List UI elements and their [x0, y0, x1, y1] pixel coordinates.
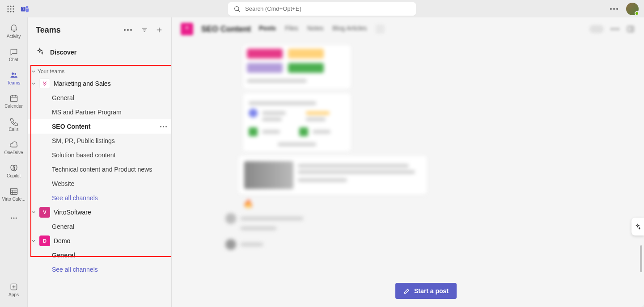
- chevron-down-icon: [31, 82, 36, 85]
- cloud-icon: [9, 140, 18, 149]
- tab-files[interactable]: Files: [285, 25, 298, 34]
- channel-row[interactable]: Website: [28, 177, 171, 191]
- teams-more-icon[interactable]: [122, 27, 134, 33]
- copilot-fab[interactable]: [631, 218, 644, 236]
- scrollbar[interactable]: [640, 245, 642, 272]
- channel-label: Website: [52, 180, 167, 187]
- svg-point-29: [15, 218, 17, 219]
- rail-label: Copilot: [7, 173, 21, 178]
- rail-copilot[interactable]: Copilot: [1, 160, 26, 182]
- rail-calendar[interactable]: Calendar: [1, 90, 26, 112]
- tab-notes[interactable]: Notes: [307, 25, 324, 34]
- channel-row[interactable]: SM, PR, Public listings: [28, 134, 171, 148]
- search-field[interactable]: [245, 5, 411, 12]
- rail-calls[interactable]: Calls: [1, 113, 26, 135]
- channel-row[interactable]: MS and Partner Program: [28, 105, 171, 119]
- team-row[interactable]: D Demo: [28, 234, 171, 248]
- rail-label: OneDrive: [4, 150, 23, 155]
- your-teams-section[interactable]: Your teams: [28, 67, 171, 76]
- svg-point-0: [7, 5, 8, 7]
- channel-row[interactable]: Solution based content: [28, 148, 171, 162]
- svg-point-14: [12, 72, 14, 75]
- svg-point-11: [26, 5, 29, 8]
- presence-available-icon: [635, 11, 639, 16]
- bell-icon: [9, 24, 18, 33]
- channel-team-icon: [181, 23, 193, 35]
- meet-toggle[interactable]: [589, 25, 604, 33]
- channel-more-icon[interactable]: [609, 26, 621, 32]
- compose-icon: [403, 287, 411, 294]
- team-name: Demo: [54, 237, 70, 244]
- add-tab-icon[interactable]: [376, 25, 385, 34]
- teams-tree: Your teams Marketing and SalesGeneralMS …: [28, 62, 171, 277]
- svg-line-13: [238, 10, 240, 12]
- discover-button[interactable]: Discover: [28, 42, 171, 62]
- start-post-label: Start a post: [414, 287, 449, 294]
- rail-virto-cale[interactable]: Virto Cale...: [1, 183, 26, 205]
- user-avatar[interactable]: [626, 3, 639, 15]
- svg-point-1: [10, 5, 11, 7]
- rail-onedrive[interactable]: OneDrive: [1, 136, 26, 159]
- channel-row[interactable]: General: [28, 248, 171, 262]
- topbar-more-icon[interactable]: [608, 6, 620, 12]
- team-row[interactable]: Marketing and Sales: [28, 76, 171, 91]
- svg-rect-38: [627, 26, 633, 32]
- start-post-button[interactable]: Start a post: [395, 283, 457, 299]
- rail-label: Calendar: [4, 104, 23, 109]
- chat-icon: [9, 47, 18, 56]
- rail-more[interactable]: [1, 207, 26, 229]
- calendar-icon: [9, 94, 18, 103]
- channel-more-icon[interactable]: [160, 126, 167, 127]
- teams-panel: Teams Discover Your teams: [28, 17, 172, 307]
- channel-label: MS and Partner Program: [52, 109, 167, 116]
- channel-label: SEO Content: [52, 123, 160, 130]
- chevron-down-icon: [31, 70, 36, 73]
- channel-feed-blurred: 🔥: [172, 41, 644, 307]
- channel-row[interactable]: General: [28, 91, 171, 105]
- svg-point-2: [13, 5, 14, 7]
- app-launcher-icon[interactable]: [5, 4, 16, 14]
- channel-row[interactable]: General: [28, 219, 171, 234]
- create-team-icon[interactable]: [155, 26, 163, 34]
- rail-activity[interactable]: Activity: [1, 20, 26, 42]
- top-bar: T: [0, 0, 644, 17]
- apps-icon: [9, 282, 18, 291]
- svg-point-3: [7, 8, 8, 9]
- channel-label: General: [52, 94, 167, 101]
- team-avatar: D: [39, 236, 50, 246]
- chevron-down-icon: [31, 239, 36, 243]
- channel-row[interactable]: Technical content and Product news: [28, 162, 171, 177]
- tab-blog-articles[interactable]: Blog Articles: [332, 25, 367, 34]
- channel-label: Solution based content: [52, 151, 167, 159]
- rail-label: Apps: [8, 292, 19, 297]
- rail-chat[interactable]: Chat: [1, 43, 26, 66]
- rail-label: Virto Cale...: [2, 197, 25, 202]
- rail-label: Teams: [7, 80, 20, 85]
- svg-rect-16: [10, 96, 17, 101]
- rail-teams[interactable]: Teams: [1, 67, 26, 89]
- svg-text:T: T: [22, 7, 24, 11]
- tab-posts[interactable]: Posts: [259, 25, 276, 34]
- svg-point-7: [10, 11, 11, 12]
- teams-logo-icon: T: [20, 4, 30, 14]
- svg-point-15: [14, 73, 16, 75]
- see-all-channels-link[interactable]: See all channels: [28, 262, 171, 277]
- sparkle-icon: [36, 47, 44, 57]
- team-row[interactable]: V VirtoSoftware: [28, 205, 171, 219]
- open-pane-icon[interactable]: [626, 25, 635, 34]
- team-name: VirtoSoftware: [54, 209, 91, 216]
- filter-icon[interactable]: [141, 26, 148, 34]
- team-avatar: [39, 78, 50, 89]
- channel-label: General: [52, 223, 167, 230]
- rail-apps[interactable]: Apps: [1, 278, 26, 301]
- see-all-channels-link[interactable]: See all channels: [28, 191, 171, 205]
- teams-panel-title: Teams: [36, 25, 122, 35]
- svg-point-28: [13, 218, 14, 219]
- channel-label: Technical content and Product news: [52, 166, 167, 173]
- channel-header: SEO Content Posts Files Notes Blog Artic…: [172, 17, 644, 41]
- search-input[interactable]: [228, 2, 416, 16]
- channel-row[interactable]: SEO Content: [28, 119, 171, 134]
- svg-point-5: [13, 8, 14, 9]
- channel-label: SM, PR, Public listings: [52, 137, 167, 144]
- channel-label: General: [52, 252, 167, 259]
